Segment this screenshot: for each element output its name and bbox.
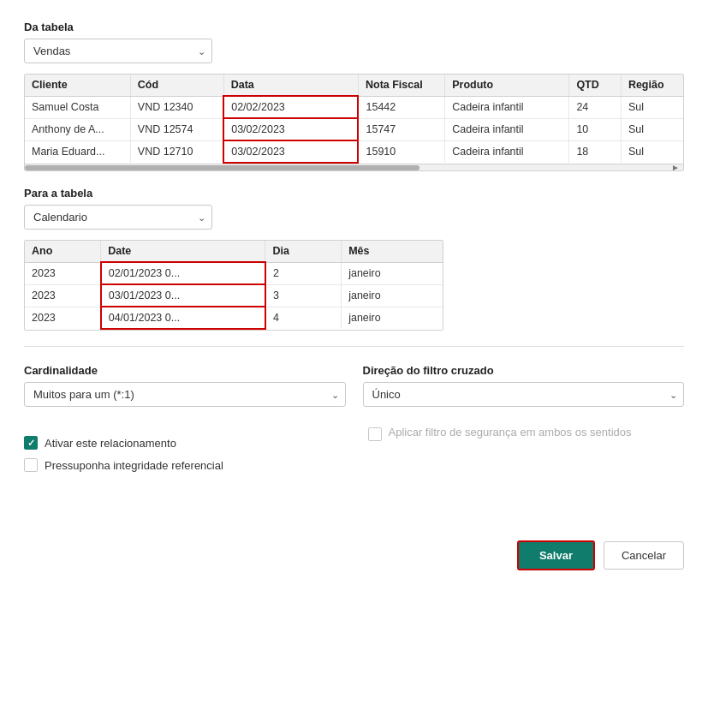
cardinality-dropdown[interactable]: Muitos para um (*:1) (24, 382, 346, 407)
to-table-row: 202304/01/2023 0...4janeiro (25, 307, 443, 329)
col-header-cod: Cód (130, 75, 223, 96)
activate-relationship-row[interactable]: Ativar este relacionamento (24, 436, 341, 450)
cardinality-dropdown-container[interactable]: Muitos para um (*:1) ⌄ (24, 382, 346, 407)
to-table-header-row: Ano Date Dia Mês (25, 241, 443, 262)
filter-direction-label: Direção do filtro cruzado (363, 364, 685, 377)
from-table-dropdown-container[interactable]: Vendas ⌄ (24, 39, 212, 63)
left-checkboxes: Ativar este relacionamento Pressuponha i… (24, 424, 341, 472)
col-header-data: Data (223, 75, 358, 96)
to-table-wrapper: Ano Date Dia Mês 202302/01/2023 0...2jan… (24, 240, 443, 331)
bottom-buttons-row: Salvar Cancelar (24, 540, 684, 570)
from-table-wrapper: Cliente Cód Data Nota Fiscal Produto QTD… (24, 74, 684, 171)
from-table-row: Maria Eduard...VND 1271003/02/202315910C… (25, 140, 683, 163)
from-table: Cliente Cód Data Nota Fiscal Produto QTD… (25, 75, 683, 164)
col2-header-date: Date (101, 241, 265, 262)
col2-header-mes: Mês (342, 241, 443, 262)
filter-direction-dropdown[interactable]: Único (363, 382, 685, 407)
activate-relationship-label: Ativar este relacionamento (45, 437, 176, 450)
referential-integrity-label: Pressuponha integridade referencial (45, 459, 223, 472)
col-header-produto: Produto (445, 75, 569, 96)
col2-header-ano: Ano (25, 241, 101, 262)
section-divider (24, 346, 684, 347)
security-filter-label: Aplicar filtro de segurança em ambos os … (389, 426, 632, 439)
referential-integrity-checkbox[interactable] (24, 458, 38, 472)
security-filter-row: Aplicar filtro de segurança em ambos os … (368, 426, 685, 441)
cardinality-label: Cardinalidade (24, 364, 346, 377)
security-filter-checkbox (368, 427, 382, 441)
horizontal-scrollbar[interactable]: ► (25, 164, 683, 170)
from-table-header-row: Cliente Cód Data Nota Fiscal Produto QTD… (25, 75, 683, 96)
activate-relationship-checkbox[interactable] (24, 436, 38, 450)
cancel-button[interactable]: Cancelar (604, 541, 684, 570)
from-table-section: Da tabela Vendas ⌄ Cliente Cód Data Nota… (24, 21, 684, 171)
to-table: Ano Date Dia Mês 202302/01/2023 0...2jan… (25, 241, 443, 330)
scrollbar-thumb (25, 165, 419, 170)
from-table-row: Samuel CostaVND 1234002/02/202315442Cade… (25, 96, 683, 118)
referential-integrity-row[interactable]: Pressuponha integridade referencial (24, 458, 341, 472)
to-table-row: 202303/01/2023 0...3janeiro (25, 284, 443, 307)
col2-header-dia: Dia (265, 241, 342, 262)
from-table-label: Da tabela (24, 21, 684, 33)
checkboxes-section: Ativar este relacionamento Pressuponha i… (24, 424, 684, 472)
save-button[interactable]: Salvar (517, 540, 595, 570)
filter-direction-dropdown-container[interactable]: Único ⌄ (363, 382, 685, 407)
from-table-row: Anthony de A...VND 1257403/02/202315747C… (25, 118, 683, 140)
options-section: Cardinalidade Muitos para um (*:1) ⌄ Dir… (24, 364, 684, 417)
cardinality-group: Cardinalidade Muitos para um (*:1) ⌄ (24, 364, 346, 417)
filter-direction-group: Direção do filtro cruzado Único ⌄ (363, 364, 685, 417)
to-table-row: 202302/01/2023 0...2janeiro (25, 262, 443, 284)
col-header-cliente: Cliente (25, 75, 130, 96)
scroll-right-arrow: ► (671, 164, 680, 171)
to-table-dropdown[interactable]: Calendario (24, 205, 212, 230)
from-table-dropdown[interactable]: Vendas (24, 39, 212, 63)
col-header-qtd: QTD (569, 75, 621, 96)
col-header-regiao: Região (621, 75, 683, 96)
to-table-section: Para a tabela Calendario ⌄ Ano Date Dia … (24, 187, 684, 331)
right-checkboxes: Aplicar filtro de segurança em ambos os … (368, 424, 685, 472)
to-table-label: Para a tabela (24, 187, 684, 200)
to-table-dropdown-container[interactable]: Calendario ⌄ (24, 205, 212, 230)
col-header-nf: Nota Fiscal (358, 75, 444, 96)
